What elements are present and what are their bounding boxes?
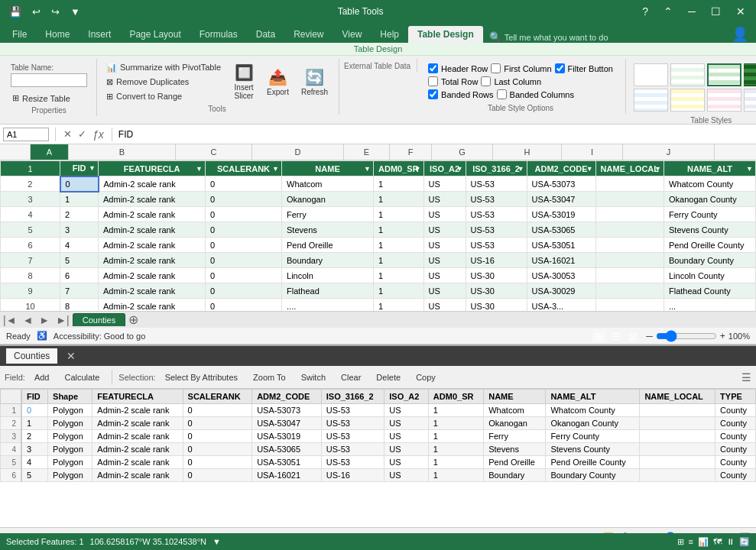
cell[interactable] [595,222,664,238]
clear-button[interactable]: Clear [335,371,367,383]
cell[interactable]: 1 [374,238,424,253]
qgis-col-adm2code[interactable]: ADM2_CODE [252,390,322,404]
qgis-list-icon[interactable]: ≡ [689,537,693,546]
banded-columns-checkbox[interactable] [497,89,507,99]
cell[interactable] [595,283,664,299]
qgis-cell[interactable]: USA-53019 [252,430,322,443]
qgis-cell[interactable]: 0 [183,417,252,430]
cell[interactable]: Admin-2 scale rank [99,192,206,207]
qgis-map-icon[interactable]: 🗺 [713,537,722,546]
cell[interactable] [595,192,664,207]
cell[interactable]: Admin-2 scale rank [99,283,206,299]
cell[interactable] [595,253,664,268]
qgis-coords-arrow[interactable]: ▼ [213,537,221,546]
qgis-col-fid[interactable]: FID [21,390,47,404]
qgis-col-type[interactable]: TYPE [715,390,756,404]
col-adm0sr[interactable]: ADM0_SR ▼ [374,161,424,176]
qgis-col-isoa2[interactable]: ISO_A2 [384,390,429,404]
qgis-cell[interactable]: Stevens County [546,443,640,456]
cell[interactable]: Whatcom [282,176,374,192]
table-row[interactable]: 86Admin-2 scale rank0Lincoln1USUS-30USA-… [1,268,756,283]
tab-help[interactable]: Help [371,26,408,43]
qgis-table-row[interactable]: 21PolygonAdmin-2 scale rank0USA-53047US-… [1,417,756,430]
qgis-cell[interactable]: Ferry County [546,430,640,443]
col-header-d[interactable]: D [252,144,344,160]
zoom-slider[interactable] [656,330,717,342]
remove-duplicates-button[interactable]: ⊠ Remove Duplicates [102,76,226,89]
tab-formulas[interactable]: Formulas [190,26,247,43]
toolbar-menu-icon[interactable]: ☰ [741,371,751,383]
export-button[interactable]: 📤 Export [262,65,294,99]
tab-page-layout[interactable]: Page Layout [120,26,190,43]
qgis-cell[interactable] [640,456,715,469]
qgis-cell[interactable]: County [715,456,756,469]
cell[interactable]: Admin-2 scale rank [99,268,206,283]
cell[interactable]: Okanogan County [664,192,756,207]
cell[interactable]: USA-53073 [527,176,595,192]
qgis-cell[interactable]: USA-53047 [252,417,322,430]
undo-icon[interactable]: ↩ [29,5,44,19]
qgis-cell[interactable]: County [715,443,756,456]
cell[interactable]: USA-3... [527,299,595,312]
refresh-button[interactable]: 🔄 Refresh [297,65,333,99]
cell[interactable]: US [423,299,466,312]
col-name-alt[interactable]: NAME_ALT ▼ [664,161,756,176]
cell[interactable]: Flathead [282,283,374,299]
qgis-chart-icon[interactable]: 📊 [698,537,709,547]
cell[interactable]: 1 [374,299,424,312]
style-4[interactable] [744,63,756,86]
qgis-pause-icon[interactable]: ⏸ [726,537,735,546]
cell[interactable]: 1 [374,222,424,238]
cell[interactable]: 8 [60,299,99,312]
qgis-cell[interactable]: Pend Oreille [484,456,546,469]
minimize-button[interactable]: ─ [683,4,700,19]
style-2[interactable] [670,63,705,86]
qgis-cell[interactable]: Polygon [48,430,92,443]
qgis-cell[interactable]: County [715,430,756,443]
delete-button[interactable]: Delete [370,371,407,383]
cell[interactable]: 1 [374,283,424,299]
redo-icon[interactable]: ↪ [48,5,63,19]
cell[interactable]: 7 [60,283,99,299]
cell[interactable]: US-16 [466,253,527,268]
cell[interactable]: US-30 [466,268,527,283]
col-header-c[interactable]: C [176,144,252,160]
cell[interactable]: Pend Oreille [282,238,374,253]
qgis-cell[interactable]: Admin-2 scale rank [92,417,183,430]
select-by-attributes-button[interactable]: Select By Attributes [159,371,244,383]
qgis-cell[interactable]: 1 [428,443,483,456]
qgis-cell[interactable]: US [384,404,429,417]
qgis-table-row[interactable]: 54PolygonAdmin-2 scale rank0USA-53051US-… [1,456,756,469]
table-row[interactable]: 97Admin-2 scale rank0Flathead1USUS-30USA… [1,283,756,299]
qgis-cell[interactable]: 1 [428,404,483,417]
cell[interactable]: US [423,238,466,253]
qgis-cell[interactable] [640,417,715,430]
cell[interactable]: US-30 [466,283,527,299]
cell[interactable]: 4 [60,238,99,253]
copy-button[interactable]: Copy [410,371,442,383]
col-header-j[interactable]: J [623,144,715,160]
qgis-col-rownum[interactable] [1,390,22,404]
cell[interactable]: 1 [374,253,424,268]
table-row[interactable]: 75Admin-2 scale rank0Boundary1USUS-16USA… [1,253,756,268]
qgis-cell[interactable]: Admin-2 scale rank [92,430,183,443]
table-row[interactable]: 20Admin-2 scale rank0Whatcom1USUS-53USA-… [1,176,756,192]
page-break-icon[interactable]: ⊠ [626,329,640,343]
qgis-cell[interactable]: Polygon [48,443,92,456]
cell[interactable]: Okanogan [282,192,374,207]
cell[interactable]: Pend Oreille County [664,238,756,253]
table-row[interactable]: 42Admin-2 scale rank0Ferry1USUS-53USA-53… [1,207,756,222]
cell[interactable]: 5 [60,253,99,268]
qgis-cell[interactable]: 1 [428,430,483,443]
cell[interactable]: Stevens [282,222,374,238]
qgis-col-iso3166[interactable]: ISO_3166_2 [321,390,384,404]
cell[interactable]: Ferry County [664,207,756,222]
cell-reference-input[interactable] [3,128,49,141]
cell[interactable]: Boundary County [664,253,756,268]
cell[interactable]: 0 [206,176,282,192]
qgis-cell[interactable] [640,404,715,417]
table-row[interactable]: 53Admin-2 scale rank0Stevens1USUS-53USA-… [1,222,756,238]
cell[interactable]: Whatcom County [664,176,756,192]
tab-review[interactable]: Review [284,26,333,43]
convert-to-range-button[interactable]: ⊞ Convert to Range [102,90,226,103]
